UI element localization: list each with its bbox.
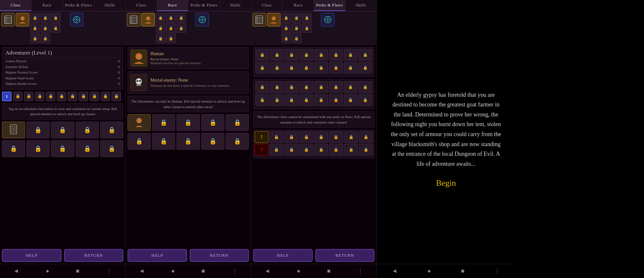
class-item-adventurer[interactable] <box>2 122 25 138</box>
perk-slot-28: 🔒 <box>299 94 313 106</box>
perk-slot-1: 🔒 <box>255 49 269 61</box>
flaw-lock-12: 🔒 <box>329 144 343 155</box>
perk-slot-11: 🔒 <box>285 62 299 74</box>
perk-lock-4: 🔒 <box>30 23 40 33</box>
perk-slot-31: 🔒 <box>344 94 358 106</box>
race-icon-1[interactable] <box>16 13 29 26</box>
skull-face-icon <box>130 74 147 91</box>
class-lock-9: 🔒 <box>100 92 110 101</box>
race-icon-3[interactable] <box>267 13 280 26</box>
svg-point-28 <box>146 16 150 20</box>
perk-slot-25: 🔒 <box>255 94 269 106</box>
flaw-lock-14: 🔒 <box>359 144 373 155</box>
perk-slot-19: 🔒 <box>285 81 299 93</box>
begin-button[interactable]: Begin <box>436 178 456 188</box>
nav-square-1[interactable]: ■ <box>76 268 80 274</box>
svg-rect-26 <box>131 21 133 23</box>
tab-perks-1[interactable]: Perks & Flaws <box>63 0 94 11</box>
nav-home-1[interactable]: ● <box>46 268 49 274</box>
narrative-text: An elderly gypsy has foretold that you a… <box>390 90 502 169</box>
nav-square-2[interactable]: ■ <box>202 268 205 274</box>
tab-perks-2[interactable]: Perks & Flaws <box>188 0 220 11</box>
class-lock-5: 🔒 <box>57 92 66 101</box>
nav-back-2[interactable]: ◄ <box>139 268 145 274</box>
nav-home-4[interactable]: ● <box>427 268 431 274</box>
svg-rect-21 <box>130 16 137 24</box>
tab-race-1[interactable]: Race <box>32 0 63 11</box>
perk-lock-7: 🔒 <box>30 34 40 43</box>
svg-point-48 <box>272 16 276 20</box>
tab-class-1[interactable]: Class <box>0 0 32 11</box>
class-item-lock-2: 🔒 <box>51 122 74 138</box>
skills-icon-2[interactable] <box>195 13 209 26</box>
help-button-2[interactable]: Help <box>128 249 187 262</box>
enemy-desc: Humans do not have a special weakness to… <box>150 84 229 87</box>
stat-normal: Highest Normal Score: 0 <box>5 70 120 75</box>
nav-menu-2[interactable]: ⋮ <box>232 268 238 275</box>
tab-class-3[interactable]: Class <box>251 0 283 11</box>
race-content: Human Racial bonus: None Humans receive … <box>126 45 251 247</box>
stat-value: 0 <box>118 81 120 87</box>
nav-back-3[interactable]: ◄ <box>264 268 270 274</box>
nav-home-2[interactable]: ● <box>171 268 175 274</box>
narrative-panel: An elderly gypsy has foretold that you a… <box>377 0 515 278</box>
tab-class-2[interactable]: Class <box>126 0 157 11</box>
tab-skills-1[interactable]: Skills <box>94 0 126 11</box>
class-item-lock-9: 🔒 <box>100 140 123 157</box>
class-selector-row: 1 🔒 🔒 🔒 🔒 🔒 🔒 🔒 🔒 🔒 🔒 <box>2 92 123 101</box>
race-icon-2-active[interactable] <box>141 13 155 26</box>
class-item-lock-7: 🔒 <box>51 140 74 157</box>
perk-slot-14: 🔒 <box>329 62 343 74</box>
help-button-3[interactable]: Help <box>253 249 313 262</box>
race-item-human[interactable] <box>128 114 151 131</box>
exclaim-cell: ! <box>255 131 269 143</box>
tab-skills-2[interactable]: Skills <box>220 0 251 11</box>
nav-back-4[interactable]: ◄ <box>392 268 398 274</box>
perk-slot-9: 🔒 <box>255 62 269 74</box>
icon-row-1: 🔒 🔒 🔒 🔒 🔒 🔒 🔒 🔒 <box>0 12 125 45</box>
svg-rect-4 <box>8 18 11 20</box>
return-button-1[interactable]: Return <box>64 249 124 262</box>
class-icon-active[interactable] <box>1 13 15 26</box>
tab-skills-3[interactable]: Skills <box>346 0 377 11</box>
nav-home-3[interactable]: ● <box>297 268 300 274</box>
flaw-lock-8: 🔒 <box>270 144 283 155</box>
tab-perks-3[interactable]: Perks & Flaws <box>314 0 346 11</box>
human-face-icon <box>130 50 147 66</box>
help-button-1[interactable]: Help <box>2 249 62 262</box>
skills-icon-1[interactable] <box>70 13 83 26</box>
perk-slot-26: 🔒 <box>270 94 284 106</box>
stat-label: Games Played: <box>5 58 27 64</box>
stat-value: 0 <box>118 64 120 70</box>
class-icon-2[interactable] <box>127 13 140 26</box>
nav-square-3[interactable]: ■ <box>327 268 331 274</box>
nav-square-4[interactable]: ■ <box>461 268 464 274</box>
class-num-1[interactable]: 1 <box>2 92 12 101</box>
nav-menu-3[interactable]: ⋮ <box>357 268 363 275</box>
flaw-lock-6: 🔒 <box>344 131 358 143</box>
return-button-2[interactable]: Return <box>190 249 249 262</box>
perk-grid-3: 🔒 🔒 🔒 🔒 🔒 🔒 🔒 🔒 <box>255 81 372 93</box>
return-button-3[interactable]: Return <box>315 249 375 262</box>
nav-menu-1[interactable]: ⋮ <box>106 268 112 275</box>
tab-race-2[interactable]: Race <box>157 0 189 11</box>
nav-bar-4: ◄ ● ■ ⋮ <box>377 264 515 278</box>
nav-menu-4[interactable]: ⋮ <box>494 268 500 275</box>
race-panel: Class Race Perks & Flaws Skills 🔒 🔒 🔒 🔒 … <box>126 0 251 278</box>
icon-row-3: 🔒 🔒 🔒 🔒 🔒 🔒 🔒 🔒 <box>251 12 376 45</box>
race-unlock-text: The Adventurer can only be Human. Kill s… <box>128 96 249 112</box>
stat-value: 0 <box>118 75 120 81</box>
flaw-lock-11: 🔒 <box>314 144 328 155</box>
class-icon-3[interactable] <box>252 13 266 26</box>
flaw-grid-2: ? 🔒 🔒 🔒 🔒 🔒 🔒 🔒 <box>255 144 373 155</box>
flaw-lock-5: 🔒 <box>329 131 343 143</box>
perk-lock-3: 🔒 <box>51 13 61 23</box>
race-lock-2: 🔒 <box>176 114 200 131</box>
perk-slot-32: 🔒 <box>358 94 372 106</box>
perk-grid-2: 🔒 🔒 🔒 🔒 🔒 🔒 🔒 🔒 <box>255 62 372 74</box>
perk-slot-17: 🔒 <box>255 81 269 93</box>
tab-race-3[interactable]: Race <box>283 0 314 11</box>
skills-icon-3[interactable] <box>321 13 335 26</box>
nav-back-1[interactable]: ◄ <box>13 268 19 274</box>
perk-slot-16: 🔒 <box>358 62 372 74</box>
